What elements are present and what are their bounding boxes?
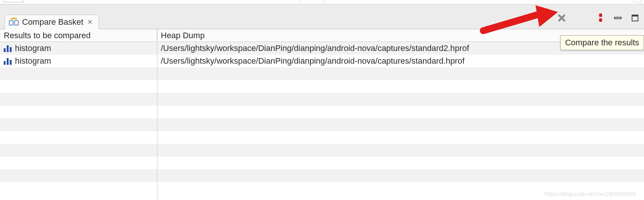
table-row[interactable]: histogram /Users/lightsky/workspace/Dian… xyxy=(0,55,644,67)
view-body: Results to be compared Heap Dump histogr… xyxy=(0,29,644,200)
minimize-button[interactable] xyxy=(613,13,623,23)
close-tab-icon[interactable]: ✕ xyxy=(86,18,93,26)
svg-rect-0 xyxy=(9,21,13,25)
maximize-button[interactable] xyxy=(630,13,640,23)
row-name: histogram xyxy=(15,43,51,53)
table-row[interactable]: histogram /Users/lightsky/workspace/Dian… xyxy=(0,42,644,55)
histogram-icon xyxy=(4,57,12,65)
empty-row xyxy=(0,80,644,93)
empty-row xyxy=(0,67,644,80)
table-body: histogram /Users/lightsky/workspace/Dian… xyxy=(0,42,644,195)
empty-row xyxy=(0,106,644,118)
move-up-button[interactable] xyxy=(539,13,550,23)
empty-row xyxy=(0,144,644,157)
move-down-button[interactable] xyxy=(522,13,533,23)
empty-row xyxy=(0,169,644,182)
tooltip-compare-results: Compare the results xyxy=(560,35,644,50)
row-path: /Users/lightsky/workspace/DianPing/dianp… xyxy=(157,56,644,66)
compare-results-button[interactable] xyxy=(595,13,606,23)
row-name: histogram xyxy=(15,56,51,66)
spacer xyxy=(0,4,644,13)
empty-row xyxy=(0,118,644,131)
tab-compare-basket[interactable]: Compare Basket ✕ xyxy=(4,15,99,29)
svg-rect-2 xyxy=(599,13,602,17)
window-top-strip xyxy=(0,0,644,4)
svg-rect-6 xyxy=(632,15,638,16)
view-tabbar: Compare Basket ✕ xyxy=(0,13,644,29)
empty-row xyxy=(0,93,644,106)
column-header-results[interactable]: Results to be compared xyxy=(0,29,157,42)
basket-icon xyxy=(9,18,19,27)
tab-title: Compare Basket xyxy=(22,17,83,27)
svg-rect-4 xyxy=(614,17,621,19)
histogram-icon xyxy=(4,45,12,52)
empty-row xyxy=(0,157,644,169)
table-header-row: Results to be compared Heap Dump xyxy=(0,29,644,42)
watermark: https://blog.csdn.net/zxc1605629895 xyxy=(545,191,637,197)
remove-button[interactable] xyxy=(556,13,567,23)
svg-rect-3 xyxy=(599,18,602,22)
empty-row xyxy=(0,131,644,144)
view-toolbar xyxy=(522,13,640,23)
svg-rect-1 xyxy=(15,21,18,25)
